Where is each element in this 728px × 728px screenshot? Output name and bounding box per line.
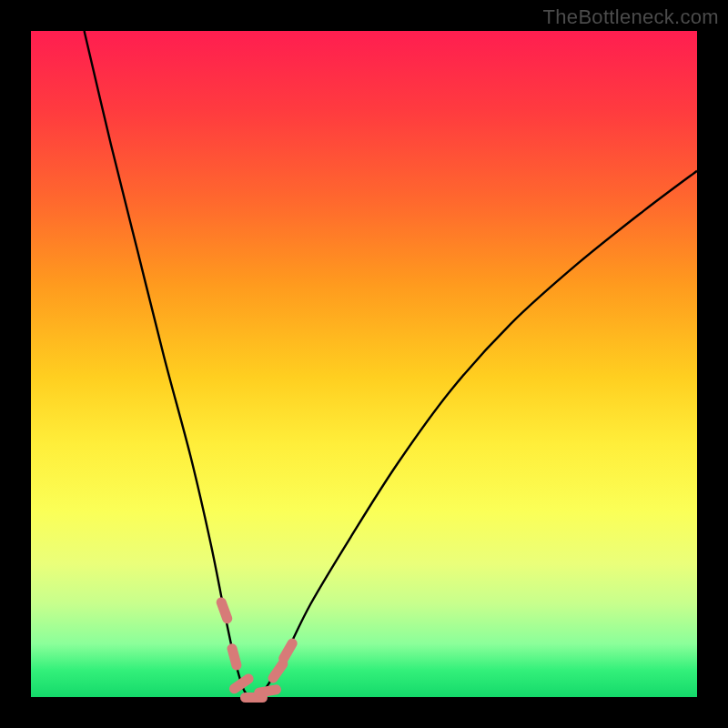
watermark-text: TheBottleneck.com <box>543 5 719 29</box>
bottleneck-curve <box>31 31 697 697</box>
chart-frame: TheBottleneck.com <box>0 0 728 728</box>
